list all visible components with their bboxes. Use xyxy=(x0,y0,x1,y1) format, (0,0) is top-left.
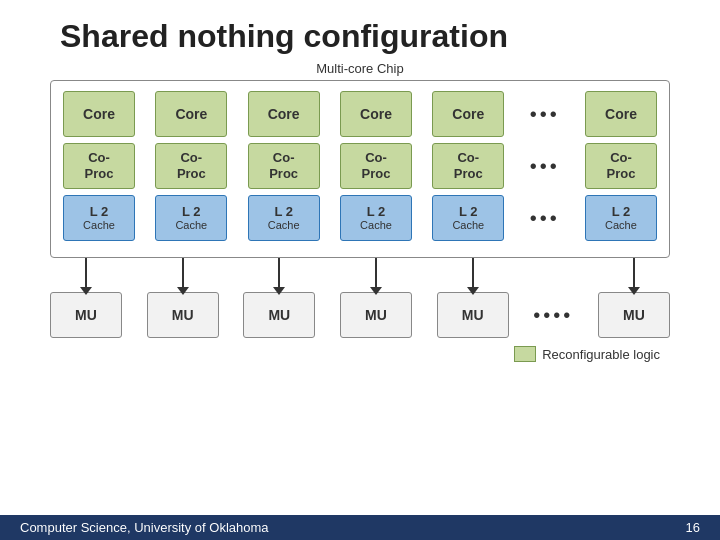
coproc-box-5: Co-Proc xyxy=(432,143,504,189)
dots-1: ••• xyxy=(525,103,565,126)
mu-box-2: MU xyxy=(147,292,219,338)
legend-color-box xyxy=(514,346,536,362)
chip-container: Core Core Core Core Core ••• Core Co-Pro… xyxy=(50,80,670,258)
mu-box-1: MU xyxy=(50,292,122,338)
arrow-4 xyxy=(340,258,412,288)
coproc-box-1: Co-Proc xyxy=(63,143,135,189)
cache-row: L 2Cache L 2Cache L 2Cache L 2Cache L 2C… xyxy=(63,195,657,241)
page-title: Shared nothing configuration xyxy=(0,0,720,61)
coproc-row: Co-Proc Co-Proc Co-Proc Co-Proc Co-Proc … xyxy=(63,143,657,189)
core-box-2: Core xyxy=(155,91,227,137)
coproc-box-3: Co-Proc xyxy=(248,143,320,189)
coproc-box-2: Co-Proc xyxy=(155,143,227,189)
cache-box-4: L 2Cache xyxy=(340,195,412,241)
cache-box-1: L 2Cache xyxy=(63,195,135,241)
core-box-5: Core xyxy=(432,91,504,137)
cache-box-5: L 2Cache xyxy=(432,195,504,241)
mu-box-n: MU xyxy=(598,292,670,338)
arrows-row xyxy=(50,258,670,288)
dots-3: ••• xyxy=(525,207,565,230)
core-row: Core Core Core Core Core ••• Core xyxy=(63,91,657,137)
slide-number: 16 xyxy=(686,520,700,535)
mu-row: MU MU MU MU MU •••• MU xyxy=(50,292,670,338)
core-box-n: Core xyxy=(585,91,657,137)
footer-bar: Computer Science, University of Oklahoma… xyxy=(0,515,720,540)
coproc-box-n: Co-Proc xyxy=(585,143,657,189)
arrow-2 xyxy=(147,258,219,288)
arrow-1 xyxy=(50,258,122,288)
mu-box-4: MU xyxy=(340,292,412,338)
mu-box-3: MU xyxy=(243,292,315,338)
core-box-3: Core xyxy=(248,91,320,137)
dots-2: ••• xyxy=(525,155,565,178)
cache-box-3: L 2Cache xyxy=(248,195,320,241)
cache-box-2: L 2Cache xyxy=(155,195,227,241)
core-box-4: Core xyxy=(340,91,412,137)
legend-text: Reconfigurable logic xyxy=(542,347,660,362)
mu-box-5: MU xyxy=(437,292,509,338)
cache-box-n: L 2Cache xyxy=(585,195,657,241)
arrow-5 xyxy=(437,258,509,288)
coproc-box-4: Co-Proc xyxy=(340,143,412,189)
chip-label: Multi-core Chip xyxy=(0,61,720,76)
arrow-n xyxy=(598,258,670,288)
arrow-3 xyxy=(243,258,315,288)
legend-row: Reconfigurable logic xyxy=(0,346,720,362)
footer-text: Computer Science, University of Oklahoma xyxy=(20,520,269,535)
dots-4: •••• xyxy=(533,304,573,327)
core-box-1: Core xyxy=(63,91,135,137)
